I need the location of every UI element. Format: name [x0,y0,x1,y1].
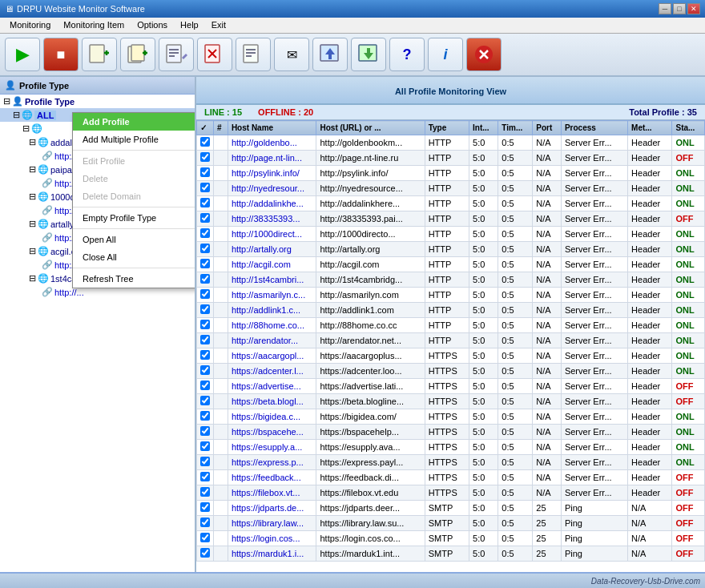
cell-port: N/A [533,227,562,242]
col-timeout: Tim... [498,121,533,135]
cell-check[interactable] [197,242,214,257]
cell-method: Header [628,364,672,379]
cell-check[interactable] [197,455,214,470]
cell-check[interactable] [197,364,214,379]
menu-monitoring[interactable]: Monitoring [3,19,57,31]
table-row[interactable]: http://artally.org http://artally.org HT… [197,242,705,257]
cell-check[interactable] [197,166,214,181]
table-row[interactable]: http://asmarilyn.c... http://asmarilyn.c… [197,288,705,303]
info-toolbar-button[interactable]: i [428,38,463,71]
cell-check[interactable] [197,501,214,516]
cell-hostname: https://jdparts.de... [228,501,316,516]
menu-options[interactable]: Options [131,19,174,31]
cell-interval: 5:0 [469,318,498,333]
table-row[interactable]: http://nyedresour... http://nyedresource… [197,181,705,196]
table-row[interactable]: https://express.p... https://express.pay… [197,455,705,470]
table-row[interactable]: https://aacargopl... https://aacargoplus… [197,348,705,364]
table-row[interactable]: http://addalinkhe... http://addalinkhere… [197,196,705,211]
cell-check[interactable] [197,257,214,272]
table-row[interactable]: http://1st4cambri... http://1st4cambridg… [197,272,705,288]
cell-check[interactable] [197,379,214,394]
table-row[interactable]: http://addlink1.c... http://addlink1.com… [197,303,705,318]
table-row[interactable]: https://adcenter.l... https://adcenter.l… [197,364,705,379]
cell-check[interactable] [197,425,214,440]
export-toolbar-button[interactable] [312,38,348,71]
cell-check[interactable] [197,196,214,211]
import-toolbar-button[interactable] [351,38,386,71]
table-row[interactable]: https://library.law... https://library.l… [197,516,705,531]
cell-check[interactable] [197,288,214,303]
minimize-button[interactable]: ─ [659,3,671,14]
table-row[interactable]: http://arendator... http://arendator.net… [197,333,705,348]
cell-check[interactable] [197,546,214,562]
table-row[interactable]: https://filebox.vt... https://filebox.vt… [197,485,705,501]
cell-check[interactable] [197,211,214,227]
cell-check[interactable] [197,303,214,318]
table-row[interactable]: http://38335393... http://38335393.pai..… [197,211,705,227]
close-toolbar-button[interactable] [466,38,502,71]
cell-check[interactable] [197,409,214,425]
menu-exit[interactable]: Exit [205,19,232,31]
tree-node-root[interactable]: ⊟ 👤 Profile Type [0,95,195,108]
ctx-empty-profile-type[interactable]: Empty Profile Type [73,209,196,227]
ctx-add-multiple-profile[interactable]: Add Multiple Profile [73,131,196,148]
cell-process: Ping [561,531,627,546]
cell-check[interactable] [197,440,214,455]
maximize-button[interactable]: □ [673,3,686,14]
delete-toolbar-button[interactable] [197,38,232,71]
menu-monitoring-item[interactable]: Monitoring Item [57,19,131,31]
cell-check[interactable] [197,348,214,364]
table-row[interactable]: http://psylink.info/ http://psylink.info… [197,166,705,181]
cell-check[interactable] [197,181,214,196]
cell-check[interactable] [197,227,214,242]
cell-url: http://nyedresource... [316,181,425,196]
help-toolbar-button[interactable]: ? [389,38,425,71]
email-toolbar-button[interactable]: ✉ [274,38,309,71]
menu-help[interactable]: Help [174,19,205,31]
cell-timeout: 0:5 [498,425,533,440]
close-window-button[interactable]: ✕ [687,3,700,14]
cell-check[interactable] [197,394,214,409]
add-profile-toolbar-button[interactable] [82,38,117,71]
table-row[interactable]: https://bspacehe... https://bspacehelp..… [197,425,705,440]
cell-check[interactable] [197,272,214,288]
ctx-refresh-tree[interactable]: Refresh Tree [73,270,196,288]
table-row[interactable]: http://1000direct... http://1000directo.… [197,227,705,242]
cell-check[interactable] [197,318,214,333]
cell-method: N/A [628,546,672,562]
table-row[interactable]: https://beta.blogl... https://beta.blogl… [197,394,705,409]
ctx-close-all[interactable]: Close All [73,248,196,266]
cell-check[interactable] [197,470,214,485]
table-row[interactable]: https://feedback... https://feedback.di.… [197,470,705,485]
cell-check[interactable] [197,135,214,151]
cell-check[interactable] [197,151,214,166]
cell-check[interactable] [197,333,214,348]
table-row[interactable]: http://page.nt-lin... http://page.nt-lin… [197,151,705,166]
cell-url: https://bspacehelp... [316,425,425,440]
add-multi-profile-toolbar-button[interactable] [120,38,155,71]
cell-timeout: 0:5 [498,440,533,455]
table-row[interactable]: https://marduk1.i... https://marduk1.int… [197,546,705,562]
cell-interval: 5:0 [469,546,498,562]
table-row[interactable]: http://acgil.com http://acgil.com HTTP 5… [197,257,705,272]
col-type: Type [425,121,469,135]
ctx-open-all[interactable]: Open All [73,231,196,248]
table-row[interactable]: https://advertise... https://advertise.l… [197,379,705,394]
table-row[interactable]: http://goldenbo... http://goldenbookm...… [197,135,705,151]
cell-url: https://advertise.lati... [316,379,425,394]
cell-status: OFF [672,485,705,501]
table-row[interactable]: https://esupply.a... https://esupply.ava… [197,440,705,455]
table-row[interactable]: https://jdparts.de... https://jdparts.de… [197,501,705,516]
cell-check[interactable] [197,531,214,546]
new-toolbar-button[interactable] [236,38,271,71]
cell-check[interactable] [197,485,214,501]
table-row[interactable]: https://bigidea.c... https://bigidea.com… [197,409,705,425]
stop-button[interactable]: ■ [43,38,79,71]
cell-check[interactable] [197,516,214,531]
ctx-add-profile[interactable]: Add Profile [73,113,196,131]
table-row[interactable]: https://login.cos... https://login.cos.c… [197,531,705,546]
edit-profile-toolbar-button[interactable] [159,38,194,71]
cell-interval: 5:0 [469,455,498,470]
start-button[interactable]: ▶ [5,38,40,71]
table-row[interactable]: http://88home.co... http://88home.co.cc … [197,318,705,333]
